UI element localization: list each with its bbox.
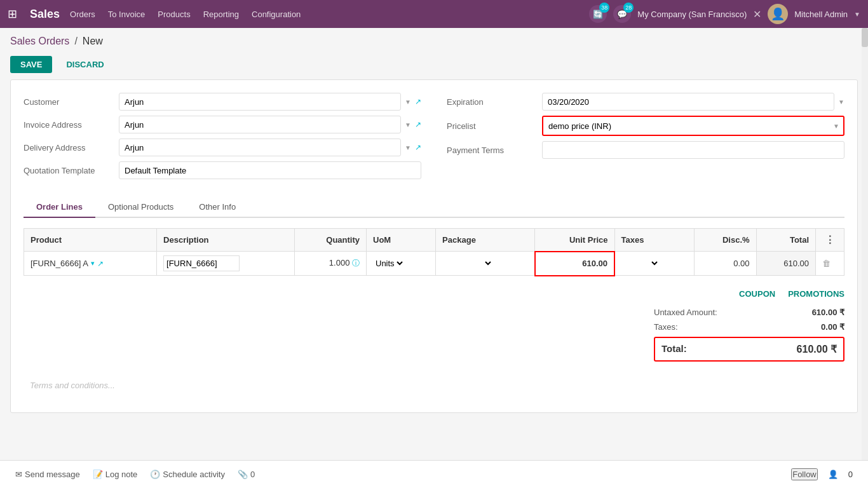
discard-button[interactable]: DISCARD (58, 56, 111, 73)
payment-terms-row: Payment Terms (447, 141, 844, 159)
quotation-template-row: Quotation Template Default Template (24, 161, 421, 179)
product-dropdown-arrow[interactable]: ▾ (91, 259, 95, 268)
expiration-label: Expiration (447, 97, 536, 107)
disc-cell: 0.00 (694, 252, 756, 276)
product-external-link[interactable]: ↗ (97, 259, 104, 268)
delivery-dropdown-arrow: ▼ (405, 144, 411, 151)
expiration-input[interactable] (542, 93, 834, 111)
col-actions: ⋮ (816, 229, 844, 252)
quotation-template-value: Default Template (119, 161, 421, 179)
totals-right: COUPON PROMOTIONS Untaxed Amount: 610.00… (654, 289, 844, 362)
col-description: Description (157, 229, 295, 252)
grid-icon[interactable]: ⊞ (8, 7, 17, 21)
grand-total-label: Total: (661, 343, 687, 355)
pricelist-input[interactable] (543, 117, 833, 135)
invoice-external-link[interactable]: ↗ (415, 120, 421, 129)
customer-input[interactable] (119, 93, 401, 111)
user-name[interactable]: Mitchell Admin (794, 10, 848, 19)
customer-dropdown-arrow: ▼ (405, 98, 411, 105)
breadcrumb-current: New (83, 36, 103, 47)
breadcrumb: Sales Orders / New (10, 36, 858, 47)
delivery-address-label: Delivery Address (24, 143, 112, 152)
customer-label: Customer (24, 97, 112, 107)
col-product: Product (24, 229, 157, 252)
nav-configuration[interactable]: Configuration (252, 10, 301, 19)
taxes-select[interactable] (621, 258, 660, 269)
terms-area: Terms and conditions... (24, 374, 844, 400)
product-cell: [FURN_6666] A ▾ ↗ (24, 252, 157, 276)
disc-value: 0.00 (733, 259, 749, 268)
payment-terms-select[interactable] (542, 141, 844, 159)
customer-row: Customer ▼ ↗ (24, 93, 421, 111)
unit-price-value[interactable]: 610.00 (582, 259, 607, 268)
nav-orders[interactable]: Orders (70, 10, 95, 19)
total-cell: 610.00 (756, 252, 815, 276)
taxes-row: Taxes: 0.00 ₹ (654, 320, 844, 334)
scrollbar-track (862, 28, 868, 451)
package-select[interactable] (442, 258, 493, 269)
uom-cell: Units (367, 252, 436, 276)
total-value: 610.00 (783, 259, 809, 268)
company-name[interactable]: My Company (San Francisco) (637, 10, 747, 19)
col-package: Package (436, 229, 535, 252)
breadcrumb-parent[interactable]: Sales Orders (10, 36, 69, 47)
app-name: Sales (30, 8, 60, 21)
form-fields: Customer ▼ ↗ Invoice Address ▼ ↗ Deliver… (24, 93, 844, 184)
invoice-address-value: ▼ ↗ (119, 116, 421, 133)
tabs: Order Lines Optional Products Other Info (24, 197, 844, 218)
nav-to-invoice[interactable]: To Invoice (108, 10, 146, 19)
invoice-dropdown-arrow: ▼ (405, 121, 411, 128)
invoice-address-label: Invoice Address (24, 120, 112, 130)
navbar: ⊞ Sales Orders To Invoice Products Repor… (0, 0, 868, 28)
uom-select[interactable]: Units (373, 258, 405, 269)
untaxed-value: 610.00 ₹ (812, 308, 844, 317)
col-uom: UoM (367, 229, 436, 252)
untaxed-label: Untaxed Amount: (654, 308, 717, 317)
tab-order-lines[interactable]: Order Lines (24, 197, 95, 218)
grand-total-value: 610.00 ₹ (797, 343, 837, 355)
form-right: Expiration ▼ Pricelist ▼ Payment Terms (447, 93, 844, 184)
avatar: 👤 (768, 4, 788, 24)
scrollbar-thumb[interactable] (862, 28, 868, 47)
user-dropdown-arrow[interactable]: ▼ (854, 11, 860, 18)
product-name[interactable]: [FURN_6666] A (31, 259, 88, 268)
delivery-address-value: ▼ ↗ (119, 139, 421, 156)
nav-links: Orders To Invoice Products Reporting Con… (70, 10, 579, 19)
taxes-value: 0.00 ₹ (821, 322, 844, 332)
totals-section: COUPON PROMOTIONS Untaxed Amount: 610.00… (24, 289, 844, 362)
terms-placeholder[interactable]: Terms and conditions... (30, 381, 115, 390)
action-bar: SAVE DISCARD (0, 52, 868, 79)
info-icon[interactable]: ⓘ (352, 259, 360, 268)
untaxed-row: Untaxed Amount: 610.00 ₹ (654, 305, 844, 320)
coupon-button[interactable]: COUPON (739, 289, 775, 299)
expiration-value: ▼ (542, 93, 844, 111)
row-actions-cell: 🗑 (816, 252, 844, 276)
nav-reporting[interactable]: Reporting (203, 10, 239, 19)
invoice-address-input[interactable] (119, 116, 401, 133)
promotions-button[interactable]: PROMOTIONS (788, 289, 844, 299)
delivery-external-link[interactable]: ↗ (415, 143, 421, 152)
col-disc: Disc.% (694, 229, 756, 252)
save-button[interactable]: SAVE (10, 56, 52, 73)
delivery-address-input[interactable] (119, 139, 401, 156)
invoice-address-row: Invoice Address ▼ ↗ (24, 116, 421, 133)
description-input[interactable] (163, 255, 240, 271)
delete-row-icon[interactable]: 🗑 (822, 259, 831, 268)
col-total: Total (756, 229, 815, 252)
breadcrumb-area: Sales Orders / New (0, 28, 868, 52)
tab-optional-products[interactable]: Optional Products (95, 197, 186, 218)
nav-products[interactable]: Products (158, 10, 190, 19)
delivery-address-row: Delivery Address ▼ ↗ (24, 139, 421, 156)
coupon-promotions: COUPON PROMOTIONS (654, 289, 844, 299)
customer-external-link[interactable]: ↗ (415, 97, 421, 106)
col-unit-price: Unit Price (535, 229, 615, 252)
quotation-template-select[interactable]: Default Template (119, 161, 421, 179)
message-badge[interactable]: 💬 28 (613, 5, 631, 23)
pricelist-label: Pricelist (447, 121, 536, 131)
expiration-row: Expiration ▼ (447, 93, 844, 111)
tab-other-info[interactable]: Other Info (186, 197, 248, 218)
table-more-options-icon[interactable]: ⋮ (822, 234, 837, 245)
description-cell (157, 252, 295, 276)
refresh-badge[interactable]: 🔄 38 (589, 5, 607, 23)
close-icon[interactable]: ✕ (753, 8, 761, 20)
